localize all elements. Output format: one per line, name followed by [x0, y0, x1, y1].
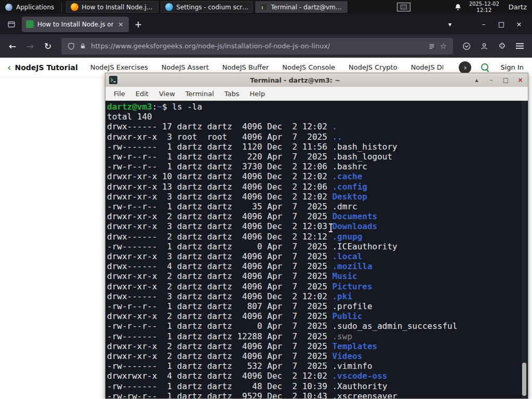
terminal-line: drwxr-xr-x 2 dartz dartz 4096 Apr 7 2025… [107, 341, 528, 351]
back-icon[interactable]: ← [4, 38, 21, 55]
terminal-maximize-button[interactable]: □ [502, 76, 510, 84]
workspace-icon [401, 5, 407, 9]
sign-in-button[interactable]: Sign In [499, 61, 525, 73]
taskbar-item-title: Terminal - dartz@vm3: ~ [271, 4, 343, 11]
notification-bell-icon[interactable] [454, 3, 462, 11]
terminal-window-controls: ▴ – □ × [473, 76, 524, 84]
site-nav-link[interactable]: NodeJS Buffer [222, 63, 269, 71]
terminal-output: dartz@vm3:~$ ls -latotal 140drwx------ 1… [107, 102, 528, 398]
workspace-switcher[interactable] [397, 3, 410, 11]
terminal-scrollbar-thumb[interactable] [522, 363, 526, 396]
desktop-panel: Applications How to Install Node.js o...… [0, 0, 532, 14]
reader-mode-icon[interactable] [428, 43, 435, 50]
terminal-line: -rw------- 1 dartz dartz 1120 Dec 2 11:5… [107, 142, 528, 152]
terminal-line: drwxr-xr-x 2 dartz dartz 4096 Apr 7 2025… [107, 351, 528, 361]
terminal-window: Terminal - dartz@vm3: ~ ▴ – □ × FileEdit… [105, 73, 528, 399]
site-nav-right: › Sign In [459, 61, 525, 74]
terminal-line: drwx------ 17 dartz dartz 4096 Dec 2 12:… [107, 122, 528, 131]
terminal-line: drwxr-xr-x 2 dartz dartz 4096 Apr 7 2025… [107, 311, 528, 321]
site-nav-link[interactable]: NodeJS Crypto [349, 63, 397, 71]
terminal-line: drwxrwxr-x 4 dartz dartz 4096 Dec 2 12:0… [107, 371, 528, 381]
applications-menu[interactable]: Applications [0, 0, 59, 14]
screen: Applications How to Install Node.js o...… [0, 0, 532, 399]
terminal-line: drwx------ 4 dartz dartz 4096 Apr 7 2025… [107, 261, 528, 271]
bookmark-star-icon[interactable]: ☆ [440, 42, 447, 51]
terminal-line: dartz@vm3:~$ ls -la [107, 102, 528, 112]
terminal-line: total 140 [107, 112, 528, 122]
taskbar-item[interactable]: Settings - codium script... [161, 1, 253, 13]
terminal-line: drwx------ 2 dartz dartz 4096 Dec 2 12:1… [107, 232, 528, 242]
terminal-line: -rw-r--r-- 1 dartz dartz 807 Apr 7 2025 … [107, 301, 528, 311]
browser-tab[interactable]: How to Install Node.js on... × [22, 17, 129, 32]
terminal-line: drwxr-xr-x 10 dartz dartz 4096 Dec 2 12:… [107, 171, 528, 181]
firefox-view-icon[interactable] [4, 17, 19, 32]
panel-clock[interactable]: 2025-12-02 12:12 [469, 1, 499, 14]
nav-right-chevron-icon[interactable]: › [459, 61, 471, 74]
terminal-icon [260, 3, 268, 11]
lock-icon[interactable] [79, 43, 86, 49]
terminal-line: -rw------- 1 dartz dartz 12288 Apr 7 202… [107, 331, 528, 341]
forward-icon[interactable]: → [22, 38, 38, 55]
terminal-title-bar[interactable]: Terminal - dartz@vm3: ~ ▴ – □ × [105, 73, 528, 87]
panel-tray: 2025-12-02 12:12 Dartz [397, 1, 532, 14]
site-nav-links: NodeJS ExercisesNodeJS AssertNodeJS Buff… [90, 63, 444, 71]
clock-time: 12:12 [469, 7, 499, 14]
terminal-minimize-button[interactable]: – [487, 76, 495, 84]
codium-icon [165, 3, 173, 11]
distro-logo-icon [5, 4, 12, 11]
menu-icon[interactable] [511, 38, 528, 55]
panel-user: Dartz [507, 3, 527, 11]
browser-window-controls: – □ × [475, 17, 528, 32]
firefox-icon [71, 3, 78, 11]
terminal-line: drwxr-xr-x 3 dartz dartz 4096 Dec 2 12:0… [107, 192, 528, 202]
terminal-line: -rw-r--r-- 1 dartz dartz 0 Apr 7 2025 .s… [107, 321, 528, 331]
url-text: https://www.geeksforgeeks.org/node-js/in… [91, 42, 423, 50]
taskbar-item[interactable]: Terminal - dartz@vm3: ~ [255, 1, 348, 13]
shade-button[interactable]: ▴ [473, 76, 481, 84]
pocket-icon[interactable] [458, 38, 475, 55]
terminal-line: drwxr-xr-x 2 dartz dartz 4096 Apr 7 2025… [107, 271, 528, 281]
terminal-line: -rw-rw-r-- 1 dartz dartz 9529 Dec 2 10:4… [107, 391, 528, 398]
taskbar-item[interactable]: How to Install Node.js o... [66, 1, 158, 13]
extensions-icon[interactable] [494, 38, 510, 55]
terminal-line: -rw------- 1 dartz dartz 48 Dec 2 10:39 … [107, 381, 528, 391]
menu-terminal[interactable]: Terminal [180, 88, 219, 99]
search-icon[interactable] [481, 63, 490, 72]
terminal-body[interactable]: dartz@vm3:~$ ls -latotal 140drwx------ 1… [105, 101, 528, 398]
menu-view[interactable]: View [154, 88, 180, 99]
terminal-line: drwx------ 3 dartz dartz 4096 Dec 2 12:0… [107, 291, 528, 301]
site-nav-link[interactable]: NodeJS Exercises [90, 63, 148, 71]
tab-close-icon[interactable]: × [117, 20, 125, 28]
taskbar-item-title: How to Install Node.js o... [82, 4, 154, 11]
terminal-line: drwxr-xr-x 3 root root 4096 Apr 7 2025 .… [107, 132, 528, 142]
site-nav-link[interactable]: NodeJS Assert [162, 63, 209, 71]
terminal-close-button[interactable]: × [516, 76, 524, 84]
terminal-line: -rw-r--r-- 1 dartz dartz 3730 Dec 2 12:0… [107, 162, 528, 171]
terminal-app-icon [109, 76, 117, 84]
tracking-shield-icon[interactable] [68, 43, 75, 50]
nav-left-chevron-icon[interactable]: ‹ [7, 63, 11, 72]
minimize-button[interactable]: – [475, 17, 493, 32]
list-all-tabs-icon[interactable]: ▾ [443, 17, 457, 32]
new-tab-button[interactable]: + [131, 17, 145, 32]
menu-edit[interactable]: Edit [130, 88, 154, 99]
menu-help[interactable]: Help [245, 88, 271, 99]
site-nav-primary-label: NodeJS Tutorial [15, 63, 77, 72]
panel-separator [61, 3, 62, 12]
applications-label: Applications [16, 4, 54, 11]
menu-tabs[interactable]: Tabs [219, 88, 245, 99]
mouse-text-cursor [328, 223, 333, 232]
url-bar[interactable]: https://www.geeksforgeeks.org/node-js/in… [61, 38, 453, 55]
reload-icon[interactable]: ↻ [39, 38, 56, 55]
terminal-line: -rw-r--r-- 1 dartz dartz 220 Apr 7 2025 … [107, 152, 528, 162]
account-icon[interactable] [476, 38, 493, 55]
site-nav-link[interactable]: NodeJS Console [282, 63, 335, 71]
terminal-line: -rw------- 1 dartz dartz 0 Apr 7 2025 .I… [107, 242, 528, 251]
site-nav-primary[interactable]: ‹ NodeJS Tutorial [7, 63, 78, 72]
close-button[interactable]: × [510, 17, 528, 32]
maximize-button[interactable]: □ [493, 17, 510, 32]
menu-file[interactable]: File [109, 88, 130, 99]
site-nav-link[interactable]: NodeJS DNS [411, 63, 444, 71]
terminal-line: -rw------- 1 dartz dartz 532 Apr 7 2025 … [107, 361, 528, 371]
terminal-scrollbar[interactable] [522, 101, 527, 398]
